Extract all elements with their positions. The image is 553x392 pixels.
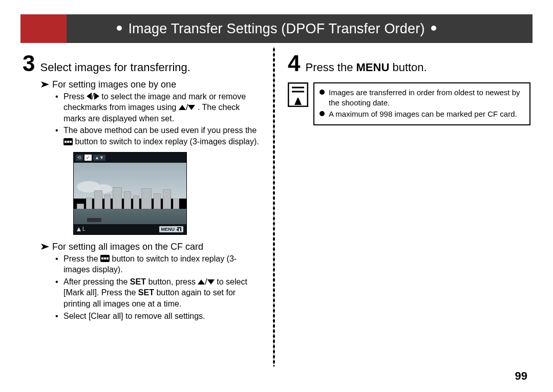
index-grid-icon xyxy=(100,255,110,262)
down-arrow-icon xyxy=(188,105,195,110)
lcd-updown-icon: ▲▼ xyxy=(93,155,105,161)
quality-icon xyxy=(77,227,81,231)
list-item: Press the button to switch to index repl… xyxy=(55,253,262,275)
note-item: A maximum of 998 images can be marked pe… xyxy=(320,109,524,119)
return-arrow-icon xyxy=(176,227,181,231)
list-item: The above method can be used even if you… xyxy=(55,125,262,147)
page: Image Transfer Settings (DPOF Transfer O… xyxy=(0,0,553,392)
up-arrow-icon xyxy=(179,105,186,110)
step-title: Select images for transferring. xyxy=(40,60,190,75)
bullet-icon xyxy=(431,26,436,31)
subheading-text: For setting images one by one xyxy=(52,79,176,90)
step-title: Press the MENU button. xyxy=(305,60,427,75)
page-title: Image Transfer Settings (DPOF Transfer O… xyxy=(20,14,533,43)
bullet-icon xyxy=(320,111,325,116)
lcd-size-indicator: L xyxy=(77,226,86,232)
bullet-icon xyxy=(117,26,122,31)
column-left: 3 Select images for transferring. For se… xyxy=(20,47,271,366)
lcd-menu-button: MENU xyxy=(159,226,184,232)
column-right: 4 Press the MENU button. xyxy=(276,47,533,366)
bullet-list-b: Press the button to switch to index repl… xyxy=(55,253,262,322)
list-item: After pressing the SET button, press / t… xyxy=(55,276,262,310)
index-grid-icon xyxy=(63,138,73,145)
bullet-icon xyxy=(320,90,325,95)
note-block: Images are transferred in order from old… xyxy=(288,82,530,126)
svg-marker-6 xyxy=(296,95,300,98)
list-item: Press / to select the image and mark or … xyxy=(55,91,262,124)
column-divider xyxy=(271,47,276,366)
title-bar: Image Transfer Settings (DPOF Transfer O… xyxy=(20,14,533,43)
dotted-line xyxy=(273,47,275,366)
step-number: 3 xyxy=(23,52,35,75)
right-arrow-icon xyxy=(94,93,99,100)
section-accent xyxy=(20,14,67,43)
svg-marker-5 xyxy=(294,97,302,105)
arrowhead-icon xyxy=(41,81,49,88)
page-number: 99 xyxy=(515,369,527,383)
content-columns: 3 Select images for transferring. For se… xyxy=(20,47,533,366)
subheading-all-images: For setting all images on the CF card xyxy=(41,242,262,252)
svg-marker-0 xyxy=(41,81,49,88)
down-arrow-icon xyxy=(207,279,215,285)
step-3: 3 Select images for transferring. xyxy=(23,52,262,75)
step-number: 4 xyxy=(288,52,300,75)
lcd-bottom-bar: L MENU xyxy=(74,224,186,234)
svg-marker-1 xyxy=(41,244,49,250)
bullet-list-a: Press / to select the image and mark or … xyxy=(55,91,262,147)
subheading-text: For setting all images on the CF card xyxy=(52,242,203,252)
lcd-top-bar: ⟲ ✓ ▲▼ xyxy=(74,153,186,163)
step-4: 4 Press the MENU button. xyxy=(288,52,530,75)
subheading-one-by-one: For setting images one by one xyxy=(41,79,262,90)
arrowhead-icon xyxy=(41,244,49,250)
lcd-transfer-icon: ⟲ xyxy=(76,155,83,161)
lcd-check-badge: ✓ xyxy=(84,155,92,161)
list-item: Select [Clear all] to remove all setting… xyxy=(55,311,262,322)
memo-icon xyxy=(288,82,308,107)
note-box: Images are transferred in order from old… xyxy=(313,82,530,126)
note-item: Images are transferred in order from old… xyxy=(320,88,524,108)
lcd-preview: ⟲ ✓ ▲▼ xyxy=(74,153,186,234)
up-arrow-icon xyxy=(198,279,205,285)
left-arrow-icon xyxy=(87,93,92,100)
title-text: Image Transfer Settings (DPOF Transfer O… xyxy=(128,21,424,37)
lcd-boat xyxy=(87,218,101,222)
